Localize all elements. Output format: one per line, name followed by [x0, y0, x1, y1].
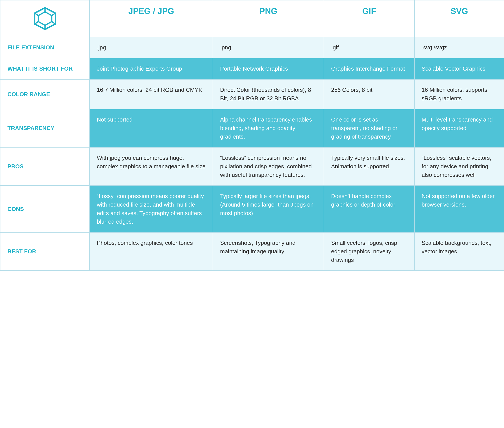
color-range-svg: 16 Million colors, supports sRGB gradien… — [415, 79, 504, 109]
what-for-svg: Scalable Vector Graphics — [415, 58, 504, 79]
what-for-png: Portable Network Graphics — [213, 58, 324, 79]
pros-gif: Typically very small file sizes. Animati… — [324, 147, 415, 186]
cons-label: CONS — [0, 186, 89, 232]
file-ext-gif: .gif — [324, 37, 415, 58]
header-row: JPEG / JPG PNG GIF SVG — [0, 0, 504, 37]
what-for-row: WHAT IT IS SHORT FOR Joint Photographic … — [0, 58, 504, 79]
cons-row: CONS “Lossy” compression means poorer qu… — [0, 186, 504, 232]
color-range-jpeg: 16.7 Million colors, 24 bit RGB and CMYK — [89, 79, 213, 109]
color-range-gif: 256 Colors, 8 bit — [324, 79, 415, 109]
col-gif-header: GIF — [324, 0, 415, 37]
best-for-row: BEST FOR Photos, complex graphics, color… — [0, 232, 504, 271]
color-range-row: COLOR RANGE 16.7 Million colors, 24 bit … — [0, 79, 504, 109]
cons-gif: Doesn’t handle complex graphics or depth… — [324, 186, 415, 232]
file-ext-svg: .svg /svgz — [415, 37, 504, 58]
pros-svg: “Lossless” scalable vectors, for any dev… — [415, 147, 504, 186]
cons-jpeg: “Lossy” compression means poorer quality… — [89, 186, 213, 232]
best-for-jpeg: Photos, complex graphics, color tones — [89, 232, 213, 271]
best-for-label: BEST FOR — [0, 232, 89, 271]
pros-png: “Lossless” compression means no pixilati… — [213, 147, 324, 186]
best-for-svg: Scalable backgrounds, text, vector image… — [415, 232, 504, 271]
best-for-png: Screenshots, Typography and maintaining … — [213, 232, 324, 271]
what-for-gif: Graphics Interchange Format — [324, 58, 415, 79]
pros-jpeg: With jpeg you can compress huge, complex… — [89, 147, 213, 186]
col-jpeg-header: JPEG / JPG — [89, 0, 213, 37]
file-ext-label: FILE EXTENSION — [0, 37, 89, 58]
col-png-header: PNG — [213, 0, 324, 37]
transparency-svg: Multi-level transparency and opacity sup… — [415, 109, 504, 147]
what-for-label: WHAT IT IS SHORT FOR — [0, 58, 89, 79]
cons-png: Typically larger file sizes than jpegs. … — [213, 186, 324, 232]
logo-cell — [0, 0, 89, 37]
transparency-label: TRANSPARENCY — [0, 109, 89, 147]
color-range-png: Direct Color (thousands of colors), 8 Bi… — [213, 79, 324, 109]
transparency-row: TRANSPARENCY Not supported Alpha channel… — [0, 109, 504, 147]
transparency-jpeg: Not supported — [89, 109, 213, 147]
what-for-jpeg: Joint Photographic Experts Group — [89, 58, 213, 79]
cons-svg: Not supported on a few older browser ver… — [415, 186, 504, 232]
transparency-png: Alpha channel transparency enables blend… — [213, 109, 324, 147]
logo — [8, 7, 82, 31]
pros-row: PROS With jpeg you can compress huge, co… — [0, 147, 504, 186]
file-extension-row: FILE EXTENSION .jpg .png .gif .svg /svgz — [0, 37, 504, 58]
svg-marker-1 — [38, 12, 52, 25]
col-svg-header: SVG — [415, 0, 504, 37]
pros-label: PROS — [0, 147, 89, 186]
color-range-label: COLOR RANGE — [0, 79, 89, 109]
best-for-gif: Small vectors, logos, crisp edged graphi… — [324, 232, 415, 271]
file-ext-jpeg: .jpg — [89, 37, 213, 58]
file-ext-png: .png — [213, 37, 324, 58]
transparency-gif: One color is set as transparent, no shad… — [324, 109, 415, 147]
